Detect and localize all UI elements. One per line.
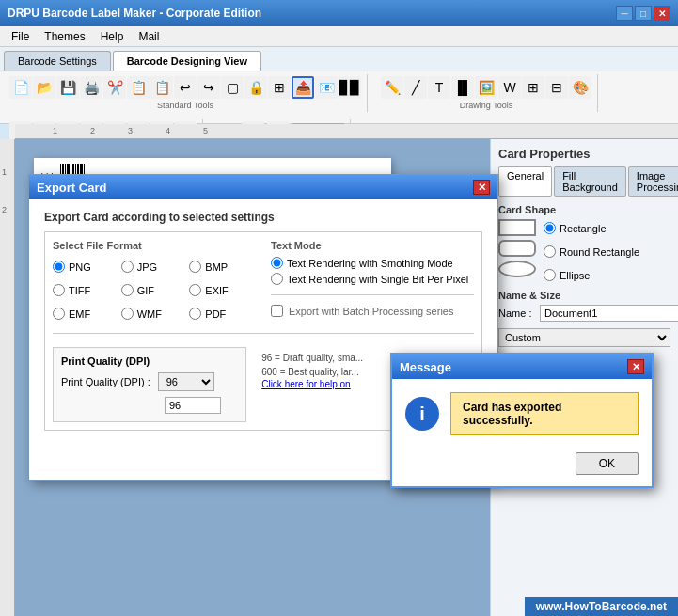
batch-label: Export with Batch Processing series: [289, 306, 453, 317]
ellipse-radio[interactable]: [544, 269, 556, 281]
message-close-button[interactable]: ✕: [627, 359, 644, 374]
name-input[interactable]: [540, 305, 678, 322]
panel-tabs: General Fill Background Image Processing: [498, 166, 670, 197]
panel-tab-image-processing[interactable]: Image Processing: [628, 166, 678, 197]
cut-button[interactable]: ✂️: [103, 76, 126, 99]
rectangle-shape-icon: [498, 219, 536, 236]
exif-radio[interactable]: [189, 284, 201, 296]
rectangle-radio[interactable]: [544, 222, 556, 234]
frame-button[interactable]: ⊞: [522, 76, 544, 99]
pdf-radio-row: PDF: [189, 308, 256, 320]
wmf-radio[interactable]: [121, 308, 134, 320]
copy-button[interactable]: 📋: [127, 76, 150, 99]
rect-radio-row: Rectangle: [544, 222, 639, 234]
jpg-radio[interactable]: [121, 261, 134, 273]
new-button[interactable]: 📄: [9, 76, 32, 99]
pdf-radio[interactable]: [189, 308, 201, 320]
file-format-col: Select File Format PNG JPG: [53, 240, 256, 324]
print-quality-title: Print Quality (DPI): [61, 355, 238, 367]
tab-barcode-designing[interactable]: Barcode Designing View: [113, 51, 261, 71]
panel-title: Card Properties: [498, 147, 670, 161]
save-button[interactable]: 💾: [56, 76, 79, 99]
dpi-spin-input[interactable]: [165, 397, 221, 414]
standard-tools-label: Standard Tools: [157, 101, 213, 110]
text-single-bit-radio[interactable]: [271, 273, 283, 285]
tab-barcode-settings[interactable]: Barcode Settings: [4, 51, 111, 71]
standard-tools-buttons: 📄 📂 💾 🖨️ ✂️ 📋 📋 ↩ ↪ ▢ 🔒 ⊞ 📤 📧 ▊▉: [9, 76, 361, 99]
ellipse-shape-icon: [498, 261, 536, 277]
message-body: i Card has exported successfully.: [392, 379, 652, 449]
minimize-button[interactable]: ─: [616, 6, 633, 21]
tiff-radio-row: TIFF: [53, 284, 119, 296]
card-shape-title: Card Shape: [498, 204, 670, 215]
wordart-button[interactable]: W: [498, 76, 521, 99]
message-dialog: Message ✕ i Card has exported successful…: [390, 353, 654, 488]
message-ok-button[interactable]: OK: [576, 452, 639, 475]
redo-button[interactable]: ↪: [197, 76, 220, 99]
tiff-radio[interactable]: [53, 284, 65, 296]
panel-tab-fill-background[interactable]: Fill Background: [554, 166, 626, 197]
text-mode-col: Text Mode Text Rendering with Smothing M…: [271, 240, 474, 324]
menu-file[interactable]: File: [4, 28, 37, 45]
table-button[interactable]: ⊟: [545, 76, 568, 99]
exif-radio-row: EXIF: [189, 284, 256, 296]
barcode-tool-button[interactable]: ▐▌: [451, 76, 474, 99]
png-radio[interactable]: [53, 261, 65, 273]
export-dialog-close[interactable]: ✕: [473, 180, 490, 195]
name-size-title: Name & Size: [498, 290, 670, 301]
text-smooth-label: Text Rendering with Smothing Mode: [287, 258, 453, 269]
line-button[interactable]: ╱: [404, 76, 427, 99]
maximize-button[interactable]: □: [635, 6, 652, 21]
text-smooth-radio-row: Text Rendering with Smothing Mode: [271, 257, 474, 269]
text-button[interactable]: T: [428, 76, 450, 99]
paste-button[interactable]: 📋: [150, 76, 173, 99]
bmp-radio[interactable]: [189, 261, 201, 273]
gif-label: GIF: [137, 285, 154, 296]
tab-bar: Barcode Settings Barcode Designing View: [0, 47, 678, 71]
gif-radio[interactable]: [121, 284, 134, 296]
text-single-bit-label: Text Rendering with Single Bit Per Pixel: [287, 274, 468, 285]
text-smooth-radio[interactable]: [271, 257, 283, 269]
name-field-label: Name :: [498, 308, 536, 319]
text-single-bit-radio-row: Text Rendering with Single Bit Per Pixel: [271, 273, 474, 285]
export-dialog-title-bar: Export Card ✕: [29, 175, 497, 199]
menu-mail[interactable]: Mail: [131, 28, 166, 45]
dpi-select[interactable]: 96 150 300 600: [158, 372, 214, 391]
close-button[interactable]: ✕: [654, 6, 670, 21]
open-button[interactable]: 📂: [33, 76, 55, 99]
shape-icons: [498, 219, 536, 277]
menu-help[interactable]: Help: [93, 28, 132, 45]
menu-themes[interactable]: Themes: [37, 28, 92, 45]
export-two-col: Select File Format PNG JPG: [53, 240, 474, 324]
exif-label: EXIF: [205, 285, 228, 296]
png-radio-row: PNG: [53, 261, 119, 273]
ruler-marks: 1 2 3 4 5: [15, 124, 43, 138]
text-mode-title: Text Mode: [271, 240, 474, 251]
image-button[interactable]: 🖼️: [475, 76, 497, 99]
email-button[interactable]: 📧: [315, 76, 338, 99]
print-quality-section: Print Quality (DPI) Print Quality (DPI) …: [53, 347, 246, 422]
tiff-label: TIFF: [69, 285, 90, 296]
standard-tools-group: 📄 📂 💾 🖨️ ✂️ 📋 📋 ↩ ↪ ▢ 🔒 ⊞ 📤 📧 ▊▉ Standar…: [4, 74, 368, 112]
card-shape-options: Rectangle Round Rectangle Ellipse: [498, 219, 670, 284]
barcode-button[interactable]: ▊▉: [339, 76, 361, 99]
panel-tab-general[interactable]: General: [498, 166, 552, 197]
size-select[interactable]: Custom A4 Letter: [498, 328, 670, 347]
select-button[interactable]: ▢: [221, 76, 244, 99]
drawing-tools-group: ✏️ ╱ T ▐▌ 🖼️ W ⊞ ⊟ 🎨 Drawing Tools: [375, 74, 598, 112]
round-rectangle-label: Round Rectangle: [560, 246, 639, 258]
export-dialog-title: Export Card: [37, 181, 106, 195]
jpg-radio-row: JPG: [121, 261, 188, 273]
export-button[interactable]: 📤: [292, 76, 314, 99]
grid-button[interactable]: ⊞: [268, 76, 291, 99]
round-rectangle-radio[interactable]: [544, 245, 556, 258]
pencil-button[interactable]: ✏️: [381, 76, 403, 99]
batch-checkbox[interactable]: [271, 305, 283, 317]
emf-radio[interactable]: [53, 308, 65, 320]
color-button[interactable]: 🎨: [569, 76, 591, 99]
message-title: Message: [400, 360, 451, 374]
lock-button[interactable]: 🔒: [244, 76, 267, 99]
print-button[interactable]: 🖨️: [80, 76, 102, 99]
png-label: PNG: [69, 261, 91, 273]
undo-button[interactable]: ↩: [174, 76, 197, 99]
